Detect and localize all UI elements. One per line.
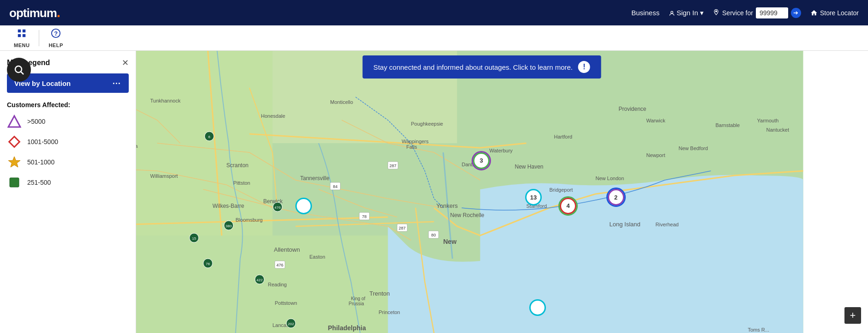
svg-text:New Bedford: New Bedford [679,145,708,151]
service-for-label: Service for [722,9,753,17]
zoom-plus-label: + [850,309,856,321]
svg-text:Tannersville: Tannersville [300,175,330,182]
map-marker-cluster-2[interactable]: 2 [608,189,624,206]
svg-text:202: 202 [288,322,294,326]
svg-text:380: 380 [226,224,232,228]
svg-text:Trenton: Trenton [370,290,390,297]
svg-point-0 [671,11,673,13]
outage-banner[interactable]: Stay connected and informed about outage… [362,55,601,79]
svg-text:Pittston: Pittston [233,180,251,186]
svg-line-85 [21,72,24,75]
legend-item-5000plus: >5000 [7,114,129,129]
map-marker-cluster-3[interactable]: 3 [473,152,490,169]
header: optimum. Business Sign In ▾ Service for … [0,0,868,25]
svg-point-1 [716,11,717,12]
map-search-button[interactable] [7,58,31,82]
svg-text:Pottstown: Pottstown [275,300,297,306]
svg-text:Bloomsburg: Bloomsburg [236,217,263,223]
svg-text:Easton: Easton [310,254,325,260]
svg-rect-89 [10,178,19,187]
svg-text:Honesdale: Honesdale [261,113,286,119]
svg-text:Scranton: Scranton [227,162,249,169]
legend-icon-triangle [7,114,22,129]
map-marker-teal-2[interactable] [529,299,546,316]
legend-icon-square [7,175,22,190]
svg-text:80: 80 [431,233,436,237]
svg-text:Long Island: Long Island [610,221,641,228]
svg-text:Philadelphia: Philadelphia [328,324,366,332]
svg-text:Princeton: Princeton [379,309,400,315]
logo-text: optimum. [9,6,60,20]
svg-text:287: 287 [389,163,396,168]
zip-submit-button[interactable]: ➔ [791,8,801,18]
svg-marker-88 [8,157,20,167]
svg-rect-2 [18,29,21,32]
map-marker-teal-1[interactable] [295,198,312,214]
svg-text:476: 476 [275,206,281,210]
svg-text:Falls: Falls [407,144,418,150]
svg-text:New Haven: New Haven [515,163,544,170]
svg-text:Allentown: Allentown [274,246,300,253]
help-button[interactable]: ? HELP [42,24,70,52]
svg-text:6: 6 [208,135,210,139]
svg-text:Wilkes-Barre: Wilkes-Barre [213,203,245,209]
svg-text:Poughkeepsie: Poughkeepsie [411,121,443,127]
svg-text:Warwick: Warwick [647,118,666,123]
svg-text:Yarmouth: Yarmouth [757,118,779,123]
svg-text:476: 476 [276,263,283,267]
legend-items: >5000 1001-5000 [7,114,129,190]
store-locator-label: Store Locator [820,9,859,17]
svg-text:?: ? [54,30,58,36]
legend-icon-star [7,155,22,170]
header-right: Business Sign In ▾ Service for ➔ Store L… [631,7,859,18]
customers-affected-title: Customers Affected: [7,101,129,109]
legend-label-1001-5000: 1001-5000 [27,138,58,145]
business-link[interactable]: Business [631,9,659,17]
more-options-icon: ⋯ [112,78,121,88]
sign-in-button[interactable]: Sign In ▾ [669,9,704,17]
svg-text:76: 76 [206,262,210,266]
svg-text:Prussia: Prussia [349,301,365,306]
svg-text:New Rochelle: New Rochelle [450,212,485,218]
legend-close-button[interactable]: ✕ [122,58,129,68]
svg-text:Riverhead: Riverhead [656,222,679,227]
grid-icon [17,28,27,41]
legend-panel: Map Legend ✕ View by Location ⋯ Customer… [0,51,136,333]
legend-label-5000plus: >5000 [27,118,45,125]
svg-rect-4 [18,34,21,36]
legend-item-501-1000: 501-1000 [7,155,129,170]
map-container[interactable]: 476 78 287 80 84 287 Susquehanna Forest … [0,51,868,333]
sub-nav: MENU ? HELP [0,25,868,51]
nav-divider [39,30,39,46]
svg-text:78: 78 [362,214,366,219]
banner-text: Stay connected and informed about outage… [373,63,573,71]
zoom-plus-button[interactable]: + [844,307,861,324]
svg-text:Toms R...: Toms R... [748,327,769,333]
svg-text:Newport: Newport [647,152,665,158]
legend-item-1001-5000: 1001-5000 [7,134,129,149]
svg-marker-86 [8,116,20,127]
service-for-bar: Service for ➔ [713,7,801,18]
svg-rect-87 [9,137,20,147]
map-marker-cluster-4[interactable]: 4 [560,198,576,214]
logo: optimum. [9,6,60,20]
menu-button[interactable]: MENU [7,24,36,52]
svg-text:84: 84 [333,184,337,189]
main: 476 78 287 80 84 287 Susquehanna Forest … [0,51,868,333]
legend-item-251-500: 251-500 [7,175,129,190]
svg-point-84 [15,66,22,73]
svg-text:422: 422 [257,278,263,282]
store-locator-link[interactable]: Store Locator [810,9,859,17]
svg-rect-3 [23,29,25,32]
svg-text:Tunkhannock: Tunkhannock [150,98,181,103]
svg-text:Bridgeport: Bridgeport [550,187,573,193]
svg-text:Hartford: Hartford [554,134,573,139]
location-pin-icon [713,9,719,17]
alert-symbol: ! [583,63,585,71]
svg-text:Barnstable: Barnstable [716,122,740,128]
svg-text:New London: New London [596,176,624,181]
zip-code-input[interactable] [756,7,788,18]
svg-text:King of: King of [351,296,365,301]
help-label: HELP [48,42,63,48]
svg-text:Monticello: Monticello [330,99,353,105]
